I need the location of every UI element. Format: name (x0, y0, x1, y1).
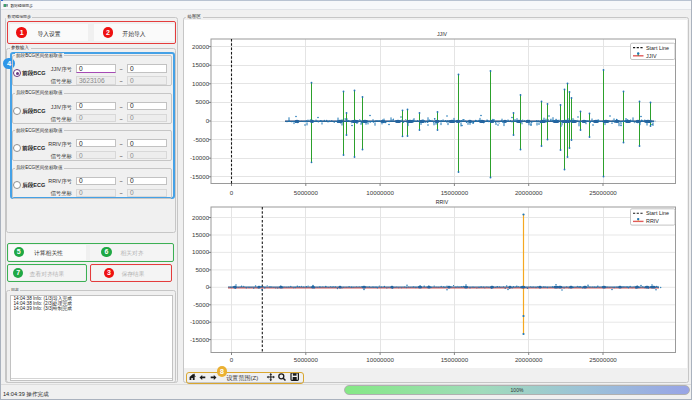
svg-text:10000: 10000 (192, 80, 210, 87)
svg-text:RRIV: RRIV (436, 199, 449, 205)
svg-text:10000000: 10000000 (366, 189, 394, 196)
svg-text:Start Line: Start Line (646, 210, 669, 216)
svg-text:RRIV: RRIV (646, 218, 659, 224)
svg-text:5000: 5000 (195, 98, 209, 105)
svg-text:10000: 10000 (192, 248, 210, 255)
svg-text:0: 0 (206, 283, 210, 290)
svg-text:5000000: 5000000 (294, 189, 319, 196)
svg-text:-10000: -10000 (190, 154, 210, 161)
svg-text:5000: 5000 (195, 266, 209, 273)
svg-text:-15000: -15000 (190, 173, 210, 180)
svg-text:JJIV: JJIV (437, 31, 448, 37)
svg-text:25000000: 25000000 (589, 356, 617, 363)
svg-text:15000000: 15000000 (441, 356, 469, 363)
svg-text:20000000: 20000000 (515, 356, 543, 363)
svg-text:5000000: 5000000 (294, 356, 319, 363)
svg-text:25000000: 25000000 (589, 189, 617, 196)
svg-text:20000: 20000 (192, 214, 210, 221)
svg-text:-10000: -10000 (190, 318, 210, 325)
svg-text:-15000: -15000 (190, 336, 210, 343)
svg-text:-5000: -5000 (193, 301, 209, 308)
svg-text:15000: 15000 (192, 61, 210, 68)
svg-text:20000: 20000 (192, 43, 210, 50)
svg-text:15000: 15000 (192, 231, 210, 238)
svg-text:10000000: 10000000 (366, 356, 394, 363)
svg-text:15000000: 15000000 (441, 189, 469, 196)
svg-text:0: 0 (230, 356, 234, 363)
svg-text:20000000: 20000000 (515, 189, 543, 196)
svg-text:-5000: -5000 (193, 136, 209, 143)
svg-text:Start Line: Start Line (646, 45, 669, 51)
svg-text:0: 0 (206, 117, 210, 124)
svg-text:JJIV: JJIV (646, 53, 657, 59)
svg-text:0: 0 (230, 189, 234, 196)
